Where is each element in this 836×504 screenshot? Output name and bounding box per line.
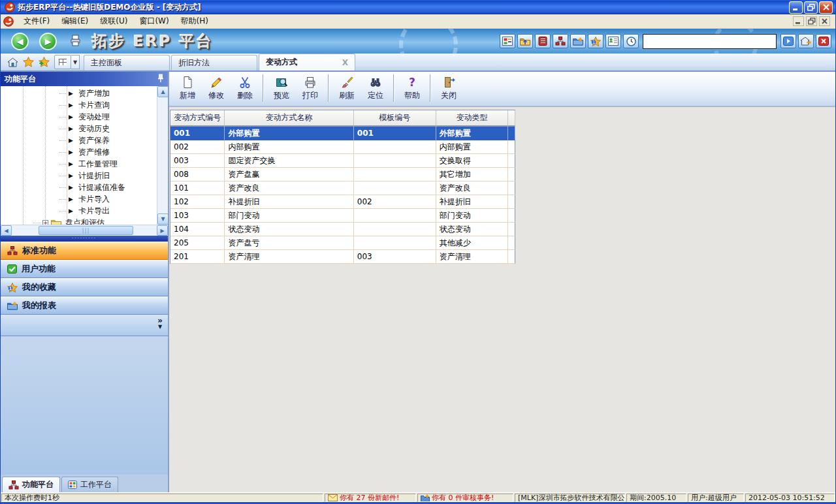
scroll-up-button[interactable]: ▲: [157, 86, 168, 97]
locate-button[interactable]: 定位: [361, 73, 390, 103]
tree-item-label: 工作量管理: [77, 159, 119, 170]
print-button[interactable]: 打印: [296, 73, 325, 103]
clock-button[interactable]: [623, 34, 639, 48]
desktop-panel-button[interactable]: [500, 34, 515, 48]
tree-item[interactable]: ▶资产增加: [1, 87, 157, 99]
mdi-minimize-button[interactable]: [793, 16, 804, 26]
scroll-right-button[interactable]: ▶: [157, 225, 168, 236]
table-cell: 其它增加: [436, 168, 508, 181]
expand-icon[interactable]: +: [42, 220, 48, 225]
go-button[interactable]: [780, 34, 796, 48]
back-button[interactable]: ◀: [11, 33, 29, 50]
group-user-functions[interactable]: 用户功能: [1, 260, 168, 278]
tree-item[interactable]: ▶资产保养: [1, 134, 157, 146]
table-cell: [354, 181, 436, 195]
tree-item[interactable]: ▶变动历史: [1, 123, 157, 134]
tree-item[interactable]: ▶计提折旧: [1, 170, 157, 181]
restore-button[interactable]: [804, 1, 818, 14]
table-row[interactable]: 003固定资产交换交换取得: [170, 154, 515, 168]
status-alert-segment[interactable]: 你有 27 份新邮件!: [325, 494, 416, 502]
help-button[interactable]: ?帮助: [398, 73, 426, 103]
more-groups-button[interactable]: »▼: [157, 317, 163, 330]
sidebar-tab[interactable]: 工作平台: [61, 477, 118, 492]
user-list-button[interactable]: [605, 34, 621, 48]
mdi-close-button[interactable]: [819, 16, 830, 26]
document-tab[interactable]: 变动方式X: [259, 54, 355, 71]
group-standard-functions[interactable]: 标准功能: [1, 242, 168, 260]
forward-button[interactable]: ▶: [39, 33, 57, 50]
tree-horizontal-scrollbar[interactable]: ◀ ||| ▶: [1, 225, 168, 236]
modify-button[interactable]: 修改: [202, 73, 231, 103]
table-row[interactable]: 102补提折旧002补提折旧: [170, 195, 515, 209]
column-header-filler: [508, 110, 515, 127]
tree-item[interactable]: ▶卡片查询: [1, 99, 157, 111]
status-segment: 用户:超级用户: [688, 494, 744, 502]
table-row[interactable]: 001外部购置001外部购置: [170, 127, 515, 140]
column-header[interactable]: 变动方式名称: [225, 110, 353, 127]
group-my-favorites[interactable]: 1我的收藏: [1, 278, 168, 296]
table-row[interactable]: 008资产盘赢其它增加: [170, 168, 515, 181]
table-row[interactable]: 205资产盘亏其他减少: [170, 236, 515, 250]
refresh-button[interactable]: 刷新: [332, 73, 361, 103]
tree-vertical-scrollbar[interactable]: ▲ ▼: [157, 86, 168, 225]
tree-item[interactable]: ▶变动处理: [1, 111, 157, 123]
preview-button[interactable]: 预览: [267, 73, 296, 103]
sidebar-header: 功能平台: [1, 72, 168, 86]
menu-item[interactable]: 编辑(E): [56, 14, 94, 28]
tree-item[interactable]: ▶工作量管理: [1, 158, 157, 170]
tab-layout-dropdown[interactable]: ▼: [71, 55, 80, 69]
tab-close-icon[interactable]: X: [325, 58, 348, 67]
document-tab[interactable]: 折旧方法: [171, 55, 257, 71]
pin-icon[interactable]: [157, 74, 164, 85]
scroll-left-button[interactable]: ◀: [1, 225, 12, 236]
table-row[interactable]: 201资产清理003资产清理: [170, 250, 515, 264]
tree-item[interactable]: ▶计提减值准备: [1, 181, 157, 193]
menu-item[interactable]: 级联(U): [94, 14, 133, 28]
quick-search-input[interactable]: [643, 34, 777, 49]
tab-label: 变动方式: [266, 57, 297, 68]
favorites-button[interactable]: 1: [588, 34, 603, 48]
table-cell: 部门变动: [225, 209, 353, 223]
scroll-down-button[interactable]: ▼: [157, 213, 168, 225]
folder-up-button[interactable]: [517, 34, 533, 48]
tree-item-label: 卡片查询: [77, 100, 111, 111]
delete-button[interactable]: 删除: [231, 73, 259, 103]
menu-item[interactable]: 窗口(W): [133, 14, 174, 28]
notebook-button[interactable]: [535, 34, 551, 48]
column-header[interactable]: 变动方式编号: [170, 110, 225, 127]
tab-layout-button[interactable]: [54, 55, 71, 69]
status-alert-segment[interactable]: 你有 0 件审核事务!: [417, 494, 513, 502]
tree-item[interactable]: ▶卡片导出: [1, 205, 157, 217]
group-my-reports[interactable]: 我的报表: [1, 296, 168, 315]
close-button[interactable]: [819, 1, 833, 14]
mdi-restore-button[interactable]: [806, 16, 817, 26]
tree-item[interactable]: ▶卡片导入: [1, 193, 157, 205]
sidebar-tab[interactable]: 功能平台: [2, 477, 60, 492]
exit-button[interactable]: [816, 34, 831, 48]
new-button[interactable]: 新增: [173, 73, 202, 103]
add-favorite-icon[interactable]: [36, 55, 52, 69]
column-header[interactable]: 模板编号: [354, 110, 436, 127]
orgchart-button[interactable]: [553, 34, 568, 48]
tree-item[interactable]: ▶资产维修: [1, 146, 157, 158]
close-button[interactable]: 关闭: [434, 73, 463, 103]
scroll-thumb[interactable]: |||: [39, 226, 133, 235]
group-label: 标准功能: [22, 245, 56, 257]
menu-item[interactable]: 文件(F): [18, 14, 56, 28]
table-row[interactable]: 002内部购置内部购置: [170, 140, 515, 154]
favorite-star-icon[interactable]: [20, 55, 36, 69]
column-header[interactable]: 变动类型: [436, 110, 508, 127]
table-row[interactable]: 101资产改良资产改良: [170, 181, 515, 195]
menu-item[interactable]: 帮助(H): [175, 14, 214, 28]
panel-splitter[interactable]: ·········: [1, 236, 168, 242]
svg-text:1: 1: [592, 40, 595, 45]
group-overflow-area: »▼: [1, 315, 168, 336]
home-button[interactable]: [798, 34, 814, 48]
home-icon[interactable]: [5, 55, 20, 69]
table-row[interactable]: 103部门变动部门变动: [170, 209, 515, 223]
document-tab[interactable]: 主控面板: [84, 55, 170, 71]
folder-add-button[interactable]: [570, 34, 586, 48]
minimize-button[interactable]: [789, 1, 803, 14]
tree-item[interactable]: +盘点和评估: [1, 217, 157, 225]
table-row[interactable]: 104状态变动状态变动: [170, 223, 515, 236]
